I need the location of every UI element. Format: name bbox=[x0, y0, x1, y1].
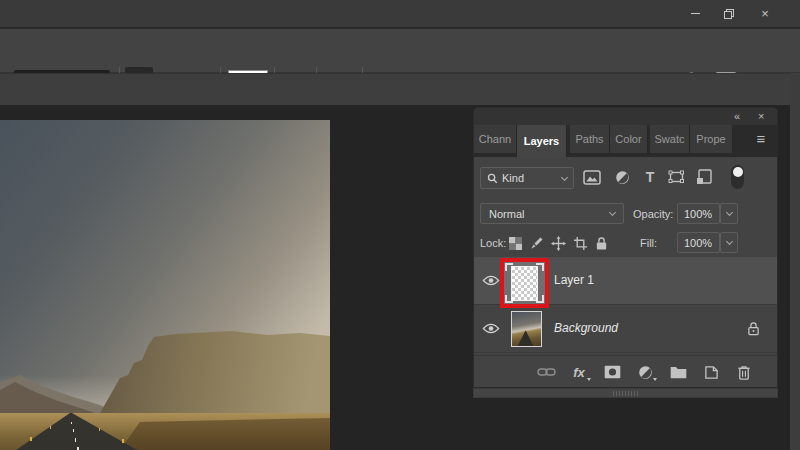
minimize-button[interactable] bbox=[678, 0, 712, 27]
document-canvas[interactable] bbox=[0, 120, 330, 450]
blend-row: Normal Opacity: 100% bbox=[474, 199, 777, 229]
photoshop-window: × Sharp bbox=[0, 0, 800, 450]
opacity-label: Opacity: bbox=[633, 208, 673, 220]
folder-icon bbox=[670, 366, 687, 379]
shape-frame-icon bbox=[668, 170, 685, 184]
opacity-dropdown-button[interactable] bbox=[720, 203, 738, 224]
panel-bottom-toolbar: fx bbox=[474, 355, 777, 387]
chevron-down-icon bbox=[561, 173, 568, 180]
visibility-eye-icon[interactable] bbox=[482, 274, 500, 287]
fill-label: Fill: bbox=[640, 237, 657, 249]
layer-name[interactable]: Layer 1 bbox=[554, 273, 594, 287]
new-adjustment-layer-button[interactable] bbox=[635, 362, 655, 382]
lock-position-button[interactable] bbox=[550, 235, 566, 251]
hamburger-icon: ≡ bbox=[757, 130, 766, 147]
close-button[interactable]: × bbox=[748, 0, 782, 27]
opacity-value-field[interactable]: 100% bbox=[677, 203, 720, 224]
lock-transparency-button[interactable] bbox=[507, 235, 523, 251]
tab-properties[interactable]: Prope bbox=[690, 125, 733, 153]
gripper-dots bbox=[613, 391, 639, 396]
panel-menu-button[interactable]: ≡ bbox=[753, 129, 769, 149]
tiny-arrow-icon bbox=[587, 378, 591, 381]
restore-icon bbox=[724, 9, 734, 19]
lock-label: Lock: bbox=[480, 237, 506, 249]
close-icon: × bbox=[758, 110, 764, 122]
adjustment-layer-icon bbox=[638, 365, 653, 380]
toggle-knob bbox=[733, 167, 743, 177]
roadside-post bbox=[30, 437, 32, 441]
filter-adjustment-layers-button[interactable] bbox=[612, 167, 632, 187]
brush-icon bbox=[529, 236, 544, 251]
panel-tab-bar: Chann Layers Paths Color Swatc Prope ≡ bbox=[474, 125, 777, 157]
lock-artboard-button[interactable] bbox=[572, 235, 588, 251]
visibility-eye-icon[interactable] bbox=[482, 322, 500, 335]
layer-name[interactable]: Background bbox=[554, 321, 618, 335]
lock-all-button[interactable] bbox=[593, 235, 609, 251]
minimize-icon bbox=[691, 13, 700, 14]
crop-icon bbox=[573, 236, 588, 251]
filter-pixel-layers-button[interactable] bbox=[582, 167, 602, 187]
document-tab-strip bbox=[0, 73, 800, 105]
road-dash bbox=[73, 429, 74, 432]
layers-panel: « × Chann Layers Paths Color Swatc Prope… bbox=[473, 107, 778, 388]
roadside-post bbox=[99, 428, 100, 431]
road-dash bbox=[75, 438, 77, 442]
chevron-down-icon bbox=[725, 238, 732, 245]
delete-layer-button[interactable] bbox=[734, 362, 754, 382]
filter-toggle-switch[interactable] bbox=[731, 165, 744, 189]
roadside-post bbox=[50, 426, 51, 429]
lock-row: Lock: bbox=[474, 229, 777, 257]
move-icon bbox=[551, 236, 566, 251]
restore-button[interactable] bbox=[712, 0, 746, 27]
layer-row-layer1[interactable]: Layer 1 bbox=[474, 257, 777, 305]
filter-kind-dropdown[interactable]: Kind bbox=[480, 167, 574, 189]
tiny-arrow-icon bbox=[653, 378, 657, 381]
lock-icon bbox=[747, 321, 760, 336]
filter-shape-layers-button[interactable] bbox=[666, 167, 686, 187]
tab-layers[interactable]: Layers bbox=[517, 125, 567, 157]
lock-icon bbox=[595, 236, 608, 251]
collapse-panel-button[interactable]: « bbox=[734, 109, 740, 124]
layer-row-background[interactable]: Background bbox=[474, 305, 777, 353]
layer-mask-icon bbox=[604, 365, 621, 379]
window-right-edge bbox=[790, 73, 800, 450]
new-layer-button[interactable] bbox=[701, 362, 721, 382]
road-dash bbox=[71, 422, 72, 424]
background-layer-thumbnail[interactable] bbox=[511, 311, 542, 347]
collapse-icon: « bbox=[734, 110, 740, 122]
type-icon: T bbox=[646, 169, 655, 185]
fill-value-field[interactable]: 100% bbox=[677, 232, 720, 253]
opacity-value: 100% bbox=[684, 208, 712, 220]
tab-color[interactable]: Color bbox=[610, 125, 648, 153]
tab-channels[interactable]: Chann bbox=[474, 125, 517, 153]
filter-type-layers-button[interactable]: T bbox=[640, 167, 660, 187]
tab-paths[interactable]: Paths bbox=[570, 125, 610, 153]
new-layer-icon bbox=[704, 365, 719, 380]
chevron-down-icon bbox=[725, 209, 732, 216]
options-bar: Sharp bbox=[0, 29, 800, 73]
link-layers-button[interactable] bbox=[536, 362, 556, 382]
lock-image-button[interactable] bbox=[528, 235, 544, 251]
search-icon bbox=[487, 173, 498, 184]
tab-swatches[interactable]: Swatc bbox=[650, 125, 690, 153]
background-lock-indicator[interactable] bbox=[747, 321, 760, 336]
new-group-button[interactable] bbox=[668, 362, 688, 382]
checkerboard-icon bbox=[509, 237, 522, 250]
annotation-highlight-box bbox=[500, 258, 549, 308]
layer-styles-button[interactable]: fx bbox=[569, 362, 589, 382]
blend-mode-dropdown[interactable]: Normal bbox=[480, 203, 624, 224]
add-layer-mask-button[interactable] bbox=[602, 362, 622, 382]
chevron-down-icon bbox=[609, 209, 616, 216]
half-circle-icon bbox=[615, 170, 630, 185]
close-panel-button[interactable]: × bbox=[758, 109, 764, 124]
filter-kind-value: Kind bbox=[502, 172, 562, 184]
panel-resize-gripper[interactable] bbox=[473, 388, 778, 398]
image-icon bbox=[583, 170, 601, 185]
blend-mode-value: Normal bbox=[489, 208, 610, 220]
filter-smart-objects-button[interactable] bbox=[694, 167, 714, 187]
thumbnail-road bbox=[512, 312, 541, 346]
titlebar: × bbox=[0, 0, 800, 29]
fill-value: 100% bbox=[684, 237, 712, 249]
fill-dropdown-button[interactable] bbox=[720, 232, 738, 253]
layer1-transparent-thumbnail[interactable] bbox=[511, 266, 538, 301]
